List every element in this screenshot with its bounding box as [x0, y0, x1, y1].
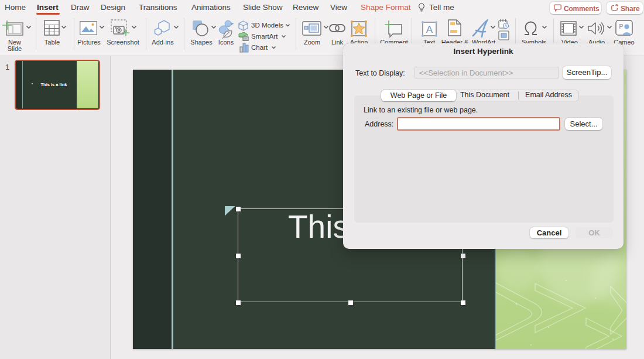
- svg-text:P: P: [619, 23, 623, 30]
- svg-text:A: A: [426, 24, 433, 35]
